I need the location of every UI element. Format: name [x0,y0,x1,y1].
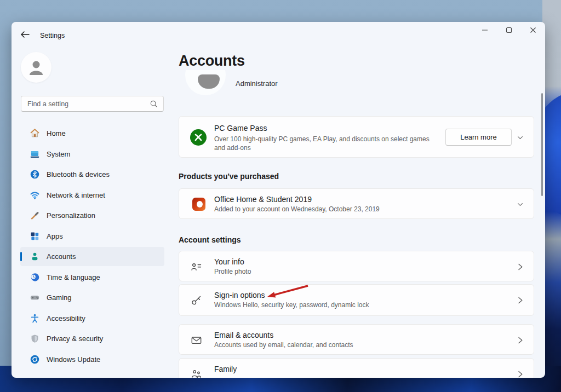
privacy-security-icon [30,334,39,344]
sidebar-item-label: Network & internet [47,191,105,199]
row-subtitle: Windows Hello, security key, password, d… [214,301,369,309]
sidebar-item-apps[interactable]: Apps [20,227,164,246]
office-logo-icon [192,198,205,211]
chevron-right-icon [514,335,525,345]
sidebar-item-accounts[interactable]: Accounts [20,247,164,266]
sidebar-item-accessibility[interactable]: Accessibility [20,309,164,328]
windows-update-icon [30,354,39,364]
account-avatar [185,70,226,95]
family-row[interactable]: Family [179,358,534,378]
sidebar-item-label: Bluetooth & devices [47,170,110,178]
sidebar-item-label: Personalization [47,211,95,220]
chevron-right-icon [514,295,525,305]
back-button[interactable] [18,29,32,41]
section-header-account-settings: Account settings [179,235,241,244]
network-icon [30,190,39,200]
office-product-row[interactable]: Office Home & Student 2019 Added to your… [179,188,534,219]
selected-indicator [20,252,22,261]
sign-in-key-icon [190,293,203,307]
family-icon [190,367,203,378]
email-icon [190,333,203,347]
row-subtitle: Profile photo [214,268,251,275]
sidebar-item-label: Gaming [47,293,72,302]
scrollbar-thumb[interactable] [541,93,543,196]
chevron-right-icon [514,368,525,378]
sidebar-item-label: Privacy & security [47,335,103,343]
section-header-purchased: Products you've purchased [179,172,279,181]
sidebar-item-privacy-security[interactable]: Privacy & security [20,329,164,348]
pc-game-pass-card: PC Game Pass Over 100 high-quality PC ga… [179,116,534,158]
sidebar-item-time-language[interactable]: Time & language [20,268,164,287]
expand-button[interactable] [512,130,528,145]
expand-button[interactable] [512,197,528,212]
sidebar-nav: Home System Bluetooth & devices [20,124,164,370]
sidebar-item-label: Accessibility [47,314,85,322]
your-info-row[interactable]: Your info Profile photo [179,251,534,281]
row-title: Sign-in options [214,291,265,299]
sidebar-item-label: Home [47,129,66,137]
chevron-down-icon [517,201,524,208]
sidebar-item-system[interactable]: System [20,145,164,164]
sidebar-item-gaming[interactable]: Gaming [20,288,164,307]
sidebar-item-label: Accounts [47,252,76,261]
sidebar-item-label: Windows Update [47,355,100,364]
your-info-icon [190,260,203,273]
sidebar-item-home[interactable]: Home [20,124,164,143]
user-avatar[interactable] [21,52,51,83]
bluetooth-icon [30,170,39,180]
game-pass-title: PC Game Pass [214,124,267,132]
maximize-icon [506,27,512,33]
page-title: Accounts [179,53,245,70]
office-subtitle: Added to your account on Wednesday, Octo… [214,205,380,213]
window-title: Settings [40,32,65,39]
back-arrow-icon [20,30,31,39]
time-language-icon [30,272,39,282]
search-icon [150,100,158,108]
sign-in-options-row[interactable]: Sign-in options Windows Hello, security … [179,284,534,316]
window-controls [473,22,545,38]
row-title: Your info [214,257,244,266]
sidebar-item-label: System [47,150,70,158]
search-box [21,96,164,112]
apps-icon [30,231,39,241]
maximize-button[interactable] [497,22,521,38]
sidebar-item-label: Time & language [47,273,100,281]
sidebar-item-label: Apps [47,232,63,240]
row-subtitle: Accounts used by email, calendar, and co… [214,341,353,349]
sidebar-item-personalization[interactable]: Personalization [20,206,164,225]
close-icon [530,27,536,33]
chevron-right-icon [514,261,525,272]
email-accounts-row[interactable]: Email & accounts Accounts used by email,… [179,324,534,355]
personalization-icon [30,211,39,221]
home-icon [30,129,39,139]
close-button[interactable] [521,22,545,38]
accessibility-icon [30,313,39,323]
gaming-icon [30,293,39,303]
sidebar-item-windows-update[interactable]: Windows Update [20,350,164,369]
row-title: Family [214,365,237,373]
minimize-icon [482,27,488,33]
sidebar-item-bluetooth[interactable]: Bluetooth & devices [20,165,164,184]
sidebar-item-network[interactable]: Network & internet [20,186,164,205]
titlebar: Settings [12,22,545,41]
account-name: Administrator [236,79,278,88]
minimize-button[interactable] [473,22,497,38]
settings-window: Settings [12,22,545,378]
learn-more-button[interactable]: Learn more [445,129,512,146]
game-pass-description: Over 100 high-quality PC games, EA Play,… [214,135,433,152]
person-icon [27,58,45,77]
system-icon [30,149,39,159]
xbox-logo-icon [190,129,207,146]
row-title: Email & accounts [214,331,273,339]
office-title: Office Home & Student 2019 [214,195,312,204]
accounts-icon [30,252,39,262]
chevron-down-icon [517,134,524,141]
search-input[interactable] [21,100,150,108]
